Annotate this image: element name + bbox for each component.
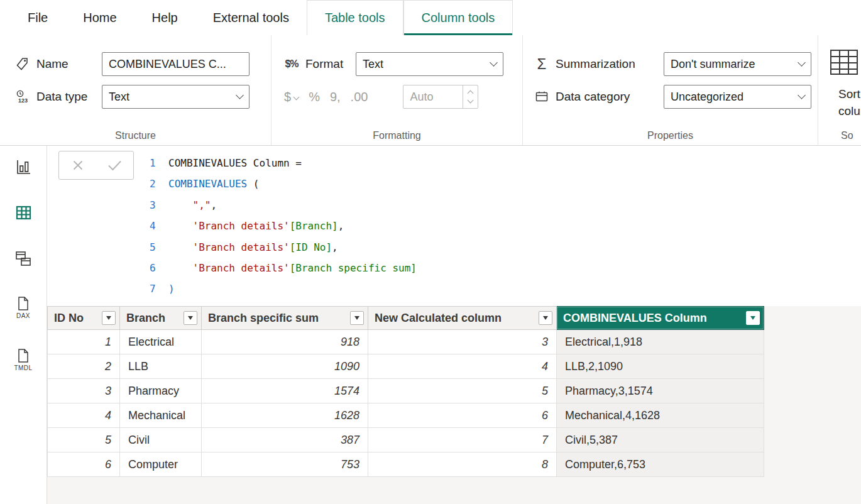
- cell-id-no[interactable]: 6: [48, 452, 120, 477]
- cell-branch-specific-sum[interactable]: 387: [202, 428, 368, 452]
- sidebar-item-tmdl-view[interactable]: TMDL: [14, 348, 32, 371]
- cell-combinevalues-column[interactable]: Mechanical,4,1628: [557, 403, 764, 428]
- menu-item-column-tools[interactable]: Column tools: [403, 0, 513, 35]
- formula-bar[interactable]: 1COMBINEVALUES Column =2COMBINEVALUES (3…: [47, 146, 861, 306]
- cell-combinevalues-column[interactable]: LLB,2,1090: [557, 354, 764, 379]
- format-dropdown[interactable]: Text: [356, 52, 503, 76]
- ribbon-group-formatting: $% Format Text $%9,.00 Auto Formatting: [271, 35, 523, 145]
- column-header-label: New Calculated column: [375, 312, 502, 325]
- filter-dropdown-button[interactable]: [184, 311, 197, 325]
- summarization-dropdown[interactable]: Don't summarize: [664, 52, 811, 76]
- filter-dropdown-button[interactable]: [350, 311, 364, 325]
- data-type-dropdown[interactable]: Text: [102, 85, 250, 109]
- cell-new-calculated-column[interactable]: 8: [368, 452, 557, 477]
- column-header-combinevalues-column[interactable]: COMBINEVALUES Column: [557, 307, 764, 330]
- cell-branch-specific-sum[interactable]: 753: [202, 452, 368, 477]
- cancel-formula-button[interactable]: [59, 151, 96, 179]
- formula-text[interactable]: 'Branch details'[Branch specific sum]: [168, 258, 417, 278]
- cell-branch-specific-sum[interactable]: 918: [202, 330, 368, 354]
- data-category-icon: [532, 90, 552, 104]
- decimal-places-spinner[interactable]: Auto: [403, 85, 478, 109]
- currency-format-button-icon: $: [284, 90, 291, 104]
- cancel-x-icon: [72, 159, 84, 172]
- cell-new-calculated-column[interactable]: 5: [368, 379, 557, 403]
- data-type-label: Data type: [36, 90, 102, 104]
- format-label: Format: [305, 57, 356, 71]
- spinner-arrows[interactable]: [463, 85, 478, 108]
- sidebar-item-report-view[interactable]: [15, 158, 32, 175]
- formula-code[interactable]: 1COMBINEVALUES Column =2COMBINEVALUES (3…: [150, 153, 417, 300]
- name-input-value: COMBINEVALUES C...: [109, 58, 226, 71]
- cell-combinevalues-column[interactable]: Computer,6,753: [557, 452, 764, 477]
- sidebar-item-dax-query-view[interactable]: DAX: [16, 296, 31, 319]
- percent-format-button-icon: %: [309, 90, 320, 104]
- table-row: 4Mechanical16286Mechanical,4,1628: [48, 403, 764, 428]
- formula-text[interactable]: ): [168, 278, 175, 299]
- filter-dropdown-button[interactable]: [746, 311, 760, 325]
- tmdl-file-icon: [16, 348, 31, 363]
- cell-id-no[interactable]: 5: [48, 428, 120, 452]
- menubar: FileHomeHelpExternal toolsTable toolsCol…: [0, 0, 861, 35]
- percent-format-button[interactable]: %: [309, 90, 320, 104]
- formula-text[interactable]: 'Branch details'[ID No],: [168, 237, 338, 258]
- cell-branch[interactable]: Electrical: [120, 330, 202, 354]
- formula-text[interactable]: COMBINEVALUES Column =: [168, 153, 302, 173]
- name-tag-icon: [13, 57, 33, 71]
- cell-id-no[interactable]: 3: [48, 379, 120, 403]
- filter-dropdown-button[interactable]: [539, 311, 552, 325]
- cell-new-calculated-column[interactable]: 7: [368, 428, 557, 452]
- menu-item-help[interactable]: Help: [134, 0, 195, 35]
- column-header-branch[interactable]: Branch: [120, 307, 202, 330]
- column-header-new-calculated-column[interactable]: New Calculated column: [368, 307, 557, 330]
- cell-new-calculated-column[interactable]: 6: [368, 403, 557, 428]
- cell-branch[interactable]: Pharmacy: [120, 379, 202, 403]
- column-header-label: Branch specific sum: [208, 312, 319, 325]
- thousands-separator-button[interactable]: 9,: [330, 90, 341, 104]
- sidebar-item-data-view[interactable]: [15, 204, 32, 221]
- menu-item-table-tools[interactable]: Table tools: [307, 0, 403, 35]
- commit-formula-button[interactable]: [96, 151, 133, 179]
- filter-arrow-icon: [543, 316, 548, 320]
- menu-item-file[interactable]: File: [10, 0, 65, 35]
- cell-id-no[interactable]: 4: [48, 403, 120, 428]
- formula-text[interactable]: ",",: [168, 195, 217, 216]
- line-number: 1: [150, 153, 160, 173]
- cell-branch-specific-sum[interactable]: 1628: [202, 403, 368, 428]
- cell-branch-specific-sum[interactable]: 1090: [202, 354, 368, 379]
- sort-column-button[interactable]: Sort colum: [828, 47, 861, 119]
- formula-text[interactable]: 'Branch details'[Branch],: [168, 216, 344, 236]
- menu-item-home[interactable]: Home: [65, 0, 134, 35]
- cell-new-calculated-column[interactable]: 3: [368, 330, 557, 354]
- group-label-sort: So: [818, 130, 861, 141]
- data-category-dropdown[interactable]: Uncategorized: [664, 85, 811, 109]
- cell-combinevalues-column[interactable]: Civil,5,387: [557, 428, 764, 452]
- formula-text[interactable]: COMBINEVALUES (: [168, 173, 260, 194]
- filter-arrow-icon: [750, 316, 755, 320]
- svg-text:123: 123: [18, 97, 28, 104]
- thousands-separator-button-icon: 9,: [330, 90, 341, 104]
- column-header-label: ID No: [54, 312, 84, 325]
- table-row: 3Pharmacy15745Pharmacy,3,1574: [48, 379, 764, 403]
- name-input[interactable]: COMBINEVALUES C...: [102, 52, 250, 76]
- summarization-sigma-icon: Σ: [532, 55, 552, 73]
- column-header-branch-specific-sum[interactable]: Branch specific sum: [202, 307, 368, 330]
- currency-format-button[interactable]: $: [284, 90, 299, 104]
- decimal-places-button[interactable]: .00: [351, 90, 368, 104]
- cell-id-no[interactable]: 1: [48, 330, 120, 354]
- cell-combinevalues-column[interactable]: Pharmacy,3,1574: [557, 379, 764, 403]
- cell-id-no[interactable]: 2: [48, 354, 120, 379]
- cell-combinevalues-column[interactable]: Electrical,1,918: [557, 330, 764, 354]
- dax-view-label: DAX: [16, 312, 30, 319]
- cell-branch[interactable]: Computer: [120, 452, 202, 477]
- cell-branch-specific-sum[interactable]: 1574: [202, 379, 368, 403]
- cell-branch[interactable]: Civil: [120, 428, 202, 452]
- data-view-icon: [15, 204, 32, 221]
- sidebar-item-model-view[interactable]: [14, 250, 32, 267]
- filter-dropdown-button[interactable]: [102, 311, 116, 325]
- menu-item-external-tools[interactable]: External tools: [195, 0, 307, 35]
- cell-new-calculated-column[interactable]: 4: [368, 354, 557, 379]
- cell-branch[interactable]: LLB: [120, 354, 202, 379]
- column-header-id-no[interactable]: ID No: [48, 307, 120, 330]
- cell-branch[interactable]: Mechanical: [120, 403, 202, 428]
- table-row: 2LLB10904LLB,2,1090: [48, 354, 764, 379]
